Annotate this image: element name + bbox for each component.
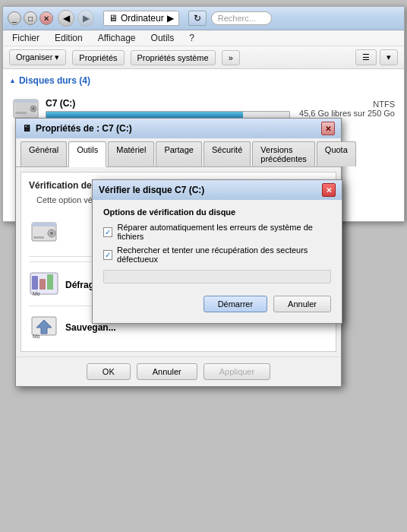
- checkbox-row-2: Rechercher et tenter une récupération de…: [103, 245, 331, 264]
- tabs-container: Général Outils Matériel Partage Sécurité…: [16, 138, 341, 167]
- svg-rect-14: [47, 274, 53, 290]
- tab-general[interactable]: Général: [21, 141, 67, 166]
- svg-rect-5: [15, 112, 27, 114]
- close-button-explorer[interactable]: ✕: [39, 11, 53, 25]
- svg-point-9: [50, 232, 53, 235]
- disk-meta: NTFS 45,6 Go libres sur 250 Go: [296, 100, 395, 118]
- inner-dialog-content: Options de vérification du disque Répare…: [93, 200, 342, 323]
- address-text: Ordinateur: [121, 13, 164, 24]
- tab-versions[interactable]: Versions précédentes: [252, 141, 315, 166]
- view-toggle[interactable]: ▾: [380, 49, 398, 65]
- nav-arrows: ↻: [188, 11, 207, 26]
- title-bar: _ □ ✕ ◀ ▶ 🖥 Ordinateur ▶ ↻ Recherc...: [3, 7, 404, 30]
- disk-info: C7 (C:): [46, 98, 290, 120]
- menu-bar: Fichier Edition Affichage Outils ?: [3, 30, 404, 46]
- checkbox-recover[interactable]: [103, 250, 112, 260]
- checkbox-repair[interactable]: [103, 227, 112, 237]
- address-bar[interactable]: 🖥 Ordinateur ▶: [103, 11, 179, 26]
- dialog-title-bar: 🖥 Propriétés de : C7 (C:) ✕: [16, 119, 341, 138]
- disk-fs: NTFS: [296, 100, 395, 109]
- tab-outils[interactable]: Outils: [68, 141, 106, 167]
- section-header: Disques durs (4): [9, 75, 398, 86]
- tab-securite[interactable]: Sécurité: [204, 141, 251, 166]
- dialog-footer: OK Annuler Appliquer: [16, 356, 341, 386]
- verify-disk-dialog: Vérifier le disque C7 (C:) ✕ Options de …: [92, 179, 342, 324]
- more-button[interactable]: »: [222, 50, 240, 65]
- maximize-button[interactable]: □: [24, 11, 37, 25]
- proprietes-systeme-button[interactable]: Propriétés système: [131, 50, 216, 65]
- dialog-container: 🖥 Propriétés de : C7 (C:) ✕ Général Outi…: [15, 118, 342, 387]
- minimize-button[interactable]: _: [8, 11, 21, 25]
- apply-button[interactable]: Appliquer: [204, 363, 270, 380]
- disk-name: C7 (C:): [46, 98, 290, 109]
- search-box[interactable]: Recherc...: [211, 11, 272, 25]
- checkbox-row-1: Réparer automatiquement les erreurs de s…: [103, 223, 331, 241]
- organiser-button[interactable]: Organiser ▾: [9, 49, 66, 65]
- back-button[interactable]: ◀: [58, 10, 74, 27]
- tab-partage[interactable]: Partage: [156, 141, 202, 166]
- ok-button[interactable]: OK: [87, 363, 131, 380]
- start-button[interactable]: Démarrer: [204, 296, 267, 312]
- tab-quota[interactable]: Quota: [317, 141, 356, 166]
- forward-button[interactable]: ▶: [77, 10, 94, 27]
- window-controls: _ □ ✕: [8, 11, 53, 25]
- inner-dialog-close-button[interactable]: ✕: [322, 183, 336, 197]
- svg-text:Mo: Mo: [33, 291, 40, 296]
- svg-point-4: [33, 108, 35, 110]
- cancel-button-verify[interactable]: Annuler: [273, 296, 331, 312]
- svg-rect-7: [32, 223, 56, 226]
- menu-help[interactable]: ?: [186, 32, 197, 44]
- checkbox-recover-label: Rechercher et tenter une récupération de…: [117, 245, 331, 264]
- menu-affichage[interactable]: Affichage: [95, 32, 139, 44]
- props-icon: 🖥: [22, 123, 31, 134]
- dialog-title: Propriétés de : C7 (C:): [36, 123, 132, 134]
- svg-text:Mo: Mo: [33, 334, 40, 339]
- progress-area: [103, 270, 331, 283]
- refresh-button[interactable]: ↻: [188, 11, 207, 26]
- cancel-button-props[interactable]: Annuler: [137, 363, 197, 380]
- svg-rect-2: [14, 100, 38, 103]
- inner-button-row: Démarrer Annuler: [103, 290, 331, 315]
- proprietes-button[interactable]: Propriétés: [72, 50, 124, 65]
- properties-dialog: 🖥 Propriétés de : C7 (C:) ✕ Général Outi…: [15, 118, 342, 387]
- defrag-icon: Mo: [29, 268, 59, 301]
- menu-fichier[interactable]: Fichier: [9, 32, 43, 44]
- inner-dialog-title-bar: Vérifier le disque C7 (C:) ✕: [93, 180, 342, 200]
- menu-edition[interactable]: Edition: [52, 32, 86, 44]
- view-button[interactable]: ☰: [355, 49, 377, 65]
- menu-outils[interactable]: Outils: [148, 32, 178, 44]
- checkbox-repair-label: Réparer automatiquement les erreurs de s…: [117, 223, 331, 241]
- tab-materiel[interactable]: Matériel: [108, 141, 154, 166]
- options-title: Options de vérification du disque: [103, 207, 331, 217]
- address-arrow: ▶: [167, 13, 174, 24]
- inner-dialog-title-text: Vérifier le disque C7 (C:): [99, 185, 204, 195]
- toolbar: Organiser ▾ Propriétés Propriétés systèm…: [3, 46, 404, 69]
- svg-rect-13: [39, 279, 46, 290]
- backup-icon: Mo: [29, 311, 59, 344]
- verify-icon: [29, 217, 59, 247]
- disk-free: 45,6 Go libres sur 250 Go: [296, 109, 395, 118]
- dialog-close-button[interactable]: ✕: [321, 122, 335, 135]
- svg-rect-12: [32, 276, 38, 290]
- svg-rect-10: [33, 236, 44, 239]
